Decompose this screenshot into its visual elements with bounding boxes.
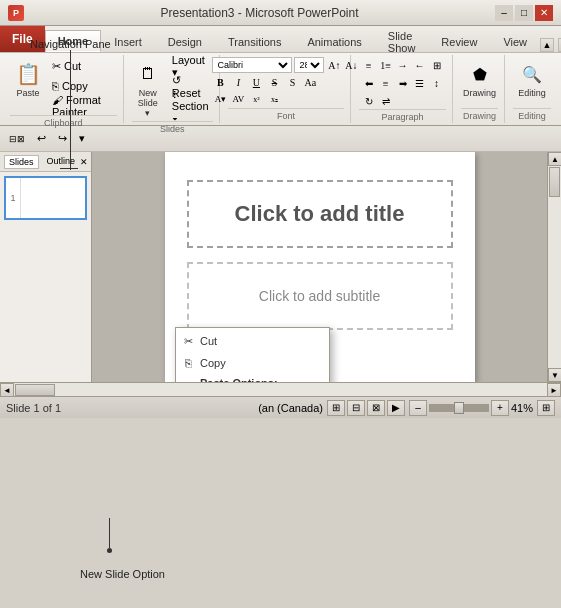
strikethrough-button[interactable]: S	[266, 74, 282, 90]
align-right-button[interactable]: ➡	[395, 75, 411, 91]
paragraph-label: Paragraph	[359, 109, 446, 122]
slides-label: Slides	[132, 121, 213, 134]
tab-slideshow[interactable]: Slide Show	[375, 30, 429, 52]
text-direction-buttons: ↻ ⇌	[361, 93, 445, 109]
section-button[interactable]: ⫶ Section ▾	[168, 97, 215, 115]
view-buttons: ⊞ ⊟ ⊠ ▶	[327, 400, 405, 416]
zoom-in-button[interactable]: +	[491, 400, 509, 416]
ribbon-group-clipboard: 📋 Paste ✂ Cut ⎘ Copy 🖌 Format Painter Cl…	[4, 55, 124, 123]
copy-button[interactable]: ⎘ Copy	[48, 77, 117, 95]
layout-button[interactable]: Layout ▾	[168, 57, 215, 75]
zoom-out-button[interactable]: –	[409, 400, 427, 416]
scroll-left-button[interactable]: ◄	[0, 383, 14, 397]
slide-title-box[interactable]: Click to add title	[187, 180, 453, 248]
increase-indent-button[interactable]: →	[395, 57, 411, 73]
new-slide-button[interactable]: 🗒 NewSlide ▾	[130, 57, 166, 121]
shadow-button[interactable]: S	[284, 74, 300, 90]
align-left-button[interactable]: ⬅	[361, 75, 377, 91]
subscript-button[interactable]: x₂	[266, 91, 282, 107]
hscroll-thumb[interactable]	[15, 384, 55, 396]
char-spacing-button[interactable]: AV	[230, 91, 246, 107]
zoom-thumb[interactable]	[454, 402, 464, 414]
scroll-down-button[interactable]: ▼	[548, 368, 561, 382]
decrease-indent-button[interactable]: ←	[412, 57, 428, 73]
cut-icon: ✂	[180, 333, 196, 349]
ribbon-group-slides: 🗒 NewSlide ▾ Layout ▾ ↺ Reset ⫶ Section …	[126, 55, 220, 123]
align-center-button[interactable]: ≡	[378, 75, 394, 91]
status-right: (an (Canada) ⊞ ⊟ ⊠ ▶ – + 41% ⊞	[258, 400, 555, 416]
format-painter-button[interactable]: 🖌 Format Painter	[48, 97, 117, 115]
nav-close-button[interactable]: ✕	[79, 156, 89, 168]
tab-insert[interactable]: Insert	[101, 30, 155, 52]
slides-tab[interactable]: Slides	[4, 155, 39, 169]
slide-subtitle-box[interactable]: Click to add subtitle	[187, 262, 453, 330]
scroll-right-button[interactable]: ►	[547, 383, 561, 397]
close-button[interactable]: ✕	[535, 5, 553, 21]
language-indicator: (an (Canada)	[258, 402, 323, 414]
new-slide-annotation: New Slide Option	[80, 568, 165, 580]
scroll-track[interactable]	[548, 166, 561, 368]
slide-thumbnail-1[interactable]: 1	[4, 176, 87, 220]
undo-button[interactable]: ↩	[32, 129, 51, 148]
para-buttons: ≡ 1≡ → ← ⊞ ⬅ ≡ ➡ ☰ ↕ ↻ ⇌	[361, 57, 445, 109]
view-toggle-button[interactable]: ⊟⊠	[4, 131, 30, 147]
scroll-up-button[interactable]: ▲	[548, 152, 561, 166]
ribbon-group-editing: 🔍 Editing Editing	[507, 55, 557, 123]
redo-button[interactable]: ↪	[53, 129, 72, 148]
numbering-button[interactable]: 1≡	[378, 57, 394, 73]
ctx-copy[interactable]: ⎘ Copy	[176, 352, 329, 374]
font-size-select[interactable]: 28	[294, 57, 324, 73]
convert-smartart-button[interactable]: ⇌	[378, 93, 394, 109]
superscript-button[interactable]: x²	[248, 91, 264, 107]
nav-pane-header: Slides Outline ✕	[0, 152, 91, 172]
font-row-1: Calibri 28 A↑ A↓	[212, 57, 359, 73]
tab-transitions[interactable]: Transitions	[215, 30, 294, 52]
slide-sorter-button[interactable]: ⊟	[347, 400, 365, 416]
new-slide-bullet	[107, 548, 112, 553]
drawing-group-content: ⬟ Drawing	[458, 57, 501, 108]
text-direction-button[interactable]: ↻	[361, 93, 377, 109]
tab-animations[interactable]: Animations	[294, 30, 374, 52]
slideshow-button[interactable]: ▶	[387, 400, 405, 416]
underline-button[interactable]: U	[248, 74, 264, 90]
columns-button[interactable]: ⊞	[429, 57, 445, 73]
zoom-slider[interactable]	[429, 404, 489, 412]
drawing-button[interactable]: ⬟ Drawing	[458, 57, 501, 101]
slide-thumb-number: 1	[6, 191, 20, 205]
fit-slide-button[interactable]: ⊞	[537, 400, 555, 416]
tab-view[interactable]: View	[490, 30, 540, 52]
more-font-button[interactable]: Aa	[302, 74, 318, 90]
outline-tab[interactable]: Outline	[43, 155, 80, 169]
tab-design[interactable]: Design	[155, 30, 215, 52]
ribbon-collapse-button[interactable]: ▲	[540, 38, 554, 52]
cut-button[interactable]: ✂ Cut	[48, 57, 117, 75]
slide-title-placeholder: Click to add title	[235, 201, 405, 227]
reading-view-button[interactable]: ⊠	[367, 400, 385, 416]
hscroll-track[interactable]	[14, 383, 547, 396]
tab-home[interactable]: Home	[45, 30, 102, 52]
align-buttons: ⬅ ≡ ➡ ☰ ↕	[361, 75, 445, 91]
vertical-scrollbar: ▲ ▼	[547, 152, 561, 382]
editing-button[interactable]: 🔍 Editing	[513, 57, 551, 101]
line-spacing-button[interactable]: ↕	[429, 75, 445, 91]
font-row-2: B I U S S Aa	[212, 74, 318, 90]
maximize-button[interactable]: □	[515, 5, 533, 21]
ctx-cut[interactable]: ✂ Cut	[176, 330, 329, 352]
qat-customize-button[interactable]: ▾	[74, 129, 90, 148]
bullets-button[interactable]: ≡	[361, 57, 377, 73]
font-color-button[interactable]: A▾	[212, 91, 228, 107]
tab-review[interactable]: Review	[428, 30, 490, 52]
font-family-select[interactable]: Calibri	[212, 57, 292, 73]
scroll-thumb[interactable]	[549, 167, 560, 197]
file-tab[interactable]: File	[0, 26, 45, 52]
title-bar: P Presentation3 - Microsoft PowerPoint –…	[0, 0, 561, 26]
increase-font-button[interactable]: A↑	[326, 57, 342, 73]
justify-button[interactable]: ☰	[412, 75, 428, 91]
normal-view-button[interactable]: ⊞	[327, 400, 345, 416]
italic-button[interactable]: I	[230, 74, 246, 90]
drawing-icon: ⬟	[466, 60, 494, 88]
paste-button[interactable]: 📋 Paste	[10, 57, 46, 101]
minimize-button[interactable]: –	[495, 5, 513, 21]
font-group-content: Calibri 28 A↑ A↓ B I U S S Aa A▾	[212, 57, 359, 108]
bold-button[interactable]: B	[212, 74, 228, 90]
